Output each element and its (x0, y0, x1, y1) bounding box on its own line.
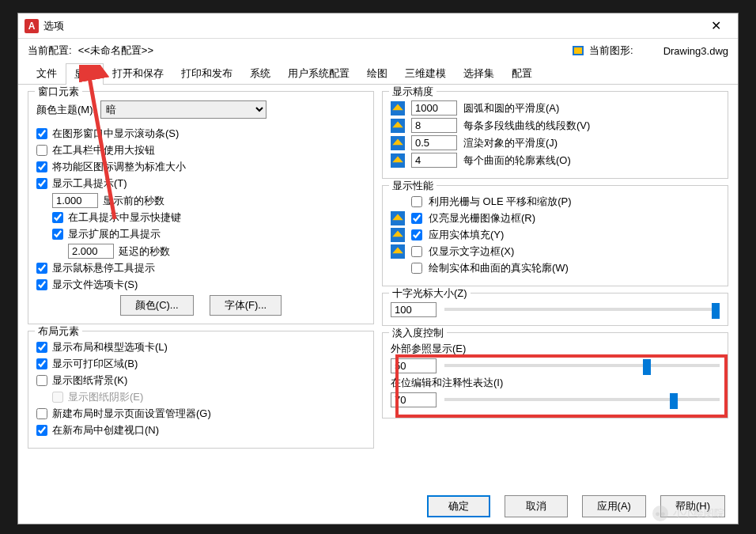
cb-paper-bg[interactable] (36, 375, 47, 386)
close-button[interactable]: ✕ (700, 13, 731, 38)
inplace-fade-label: 在位编辑和注释性表达(I) (391, 377, 503, 388)
cb-layout-tabs-label: 显示布局和模型选项卡(L) (52, 340, 168, 354)
dwg-icon (391, 211, 405, 225)
delay-seconds-input[interactable] (68, 244, 114, 259)
cb-resize-icons-label: 将功能区图标调整为标准大小 (52, 160, 186, 174)
group-title: 十字光标大小(Z) (389, 286, 471, 301)
xref-fade-slider[interactable] (444, 358, 720, 373)
fonts-button[interactable]: 字体(F)... (210, 295, 282, 316)
drawing-icon (572, 44, 584, 57)
cb-text-frame[interactable] (411, 246, 422, 257)
layout-elements-group: 布局元素 显示布局和模型选项卡(L) 显示可打印区域(B) 显示图纸背景(K) … (28, 331, 374, 449)
seconds-before-input[interactable] (52, 193, 98, 208)
cb-big-buttons-label: 在工具栏中使用大按钮 (52, 143, 155, 157)
cb-highlight-raster-label: 仅亮显光栅图像边框(R) (429, 211, 535, 225)
cb-paper-shadow-label: 显示图纸阴影(E) (68, 390, 143, 404)
group-title: 布局元素 (35, 324, 82, 339)
polyline-segments-input[interactable] (411, 118, 457, 133)
cb-new-viewport-label: 在新布局中创建视口(N) (52, 423, 159, 437)
tab-6[interactable]: 绘图 (358, 62, 396, 84)
help-button[interactable]: 帮助(H) (660, 495, 725, 517)
cb-printable-area[interactable] (36, 358, 47, 369)
crosshair-size-input[interactable] (391, 302, 437, 317)
inplace-fade-input[interactable] (391, 392, 437, 407)
dwg-icon (391, 228, 405, 242)
cb-shortcut-tip-label: 在工具提示中显示快捷键 (68, 210, 181, 225)
delay-seconds-label: 延迟的秒数 (119, 244, 170, 259)
cb-paper-shadow (52, 392, 63, 403)
seconds-before-label: 显示前的秒数 (103, 194, 164, 208)
cb-tooltips[interactable] (36, 178, 47, 189)
crosshair-size-group: 十字光标大小(Z) (382, 293, 728, 326)
inplace-fade-slider[interactable] (444, 392, 720, 407)
dwg-icon (391, 136, 405, 150)
cb-resize-icons[interactable] (36, 161, 47, 172)
cb-file-tabs-label: 显示文件选项卡(S) (52, 278, 138, 292)
cb-extended-tip-label: 显示扩展的工具提示 (68, 227, 161, 241)
info-row: 当前配置: <<未命名配置>> 当前图形: Drawing3.dwg (18, 39, 738, 62)
cb-highlight-raster[interactable] (411, 213, 422, 224)
tab-2[interactable]: 打开和保存 (104, 62, 172, 84)
cancel-button[interactable]: 取消 (505, 495, 568, 517)
tabs-bar: 文件显示打开和保存打印和发布系统用户系统配置绘图三维建模选择集配置 (18, 62, 738, 85)
cb-raster-ole-label: 利用光栅与 OLE 平移和缩放(P) (429, 195, 572, 209)
group-title: 窗口元素 (35, 85, 82, 99)
cb-text-frame-label: 仅显示文字边框(X) (429, 244, 514, 259)
ok-button[interactable]: 确定 (427, 495, 490, 517)
tab-0[interactable]: 文件 (28, 62, 66, 84)
cb-extended-tip[interactable] (52, 229, 63, 240)
current-profile-label: 当前配置: (28, 44, 72, 58)
fade-control-group: 淡入度控制 外部参照显示(E) 在位编辑和注释性表达(I) (382, 332, 728, 418)
color-theme-select[interactable]: 暗 (100, 100, 266, 119)
crosshair-size-slider[interactable] (444, 301, 720, 317)
dwg-icon (391, 101, 405, 116)
apply-button[interactable]: 应用(A) (582, 495, 646, 517)
cb-file-tabs[interactable] (36, 279, 47, 290)
titlebar: A 选项 ✕ (18, 13, 738, 39)
colors-button[interactable]: 颜色(C)... (120, 295, 194, 316)
cb-hover-tip[interactable] (36, 263, 47, 274)
tab-7[interactable]: 三维建模 (396, 62, 455, 84)
tab-1[interactable]: 显示 (66, 63, 104, 85)
tab-content: 窗口元素 颜色主题(M): 暗 在图形窗口中显示滚动条(S) 在工具栏中使用大按… (18, 85, 738, 461)
current-drawing-label: 当前图形: (589, 44, 633, 58)
polyline-segments-label: 每条多段线曲线的线段数(V) (463, 119, 720, 133)
cb-page-setup-label: 新建布局时显示页面设置管理器(G) (52, 407, 211, 421)
display-precision-group: 显示精度 圆弧和圆的平滑度(A) 每条多段线曲线的线段数(V) 渲染对象的平滑度… (382, 91, 728, 179)
arc-smoothness-input[interactable] (411, 100, 457, 116)
cb-shortcut-tip[interactable] (52, 212, 63, 223)
current-drawing-value: Drawing3.dwg (663, 45, 728, 57)
tab-8[interactable]: 选择集 (455, 62, 503, 84)
cb-hover-tip-label: 显示鼠标悬停工具提示 (52, 261, 155, 275)
tab-9[interactable]: 配置 (503, 62, 541, 84)
footer-buttons: 确定 取消 应用(A) 帮助(H) (427, 495, 725, 517)
cb-true-silhouette-label: 绘制实体和曲面的真实轮廓(W) (429, 261, 569, 275)
contour-lines-label: 每个曲面的轮廓素线(O) (463, 153, 720, 168)
contour-lines-input[interactable] (411, 153, 457, 168)
render-smoothness-input[interactable] (411, 135, 457, 150)
dwg-icon (391, 153, 405, 168)
cb-scrollbars-label: 在图形窗口中显示滚动条(S) (52, 127, 179, 141)
tab-3[interactable]: 打印和发布 (172, 62, 241, 84)
cb-tooltips-label: 显示工具提示(T) (52, 176, 127, 191)
tab-4[interactable]: 系统 (241, 62, 279, 84)
cb-big-buttons[interactable] (36, 145, 47, 156)
render-smoothness-label: 渲染对象的平滑度(J) (463, 136, 720, 150)
cb-scrollbars[interactable] (36, 128, 47, 139)
tab-5[interactable]: 用户系统配置 (279, 62, 358, 84)
cb-solid-fill[interactable] (411, 229, 422, 240)
cb-layout-tabs[interactable] (36, 342, 47, 353)
cb-raster-ole[interactable] (411, 196, 422, 207)
cb-printable-label: 显示可打印区域(B) (52, 357, 138, 371)
cb-page-setup[interactable] (36, 408, 47, 419)
xref-fade-input[interactable] (391, 358, 437, 373)
display-performance-group: 显示性能 利用光栅与 OLE 平移和缩放(P) 仅亮显光栅图像边框(R) 应用实… (382, 185, 728, 286)
dialog-title: 选项 (43, 19, 700, 33)
arc-smoothness-label: 圆弧和圆的平滑度(A) (463, 101, 720, 116)
group-title: 显示性能 (389, 179, 437, 193)
cb-true-silhouette[interactable] (411, 263, 422, 274)
cb-new-viewport[interactable] (36, 425, 47, 436)
options-dialog: A 选项 ✕ 当前配置: <<未命名配置>> 当前图形: Drawing3.dw… (17, 13, 739, 525)
cb-paper-bg-label: 显示图纸背景(K) (52, 373, 127, 388)
dwg-icon (391, 119, 405, 133)
